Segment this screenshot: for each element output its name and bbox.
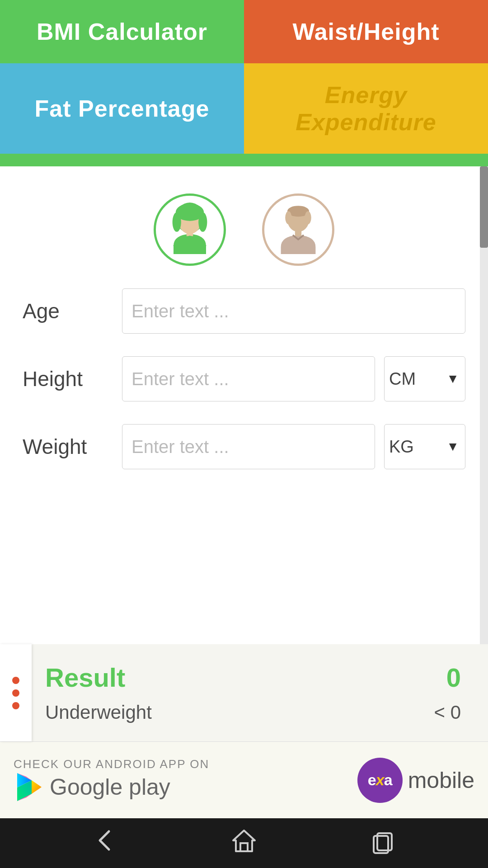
dot-2	[12, 689, 19, 697]
underweight-label: Underweight	[45, 702, 152, 723]
weight-row: Weight KG LB ▼	[23, 424, 465, 469]
recents-button[interactable]	[369, 827, 396, 859]
age-input[interactable]	[122, 288, 465, 334]
svg-point-8	[285, 211, 291, 224]
result-label: Result	[45, 662, 125, 693]
dot-3	[12, 702, 19, 709]
weight-label: Weight	[23, 434, 113, 459]
result-section: Result 0 Underweight < 0	[0, 644, 488, 741]
scroll-thumb[interactable]	[480, 166, 488, 248]
svg-point-3	[173, 212, 181, 232]
google-play-area: Google play	[14, 771, 209, 803]
weight-unit-select[interactable]: KG LB	[384, 424, 465, 469]
nav-buttons: BMI Calculator Waist/Height Fat Percenta…	[0, 0, 488, 154]
svg-rect-5	[187, 232, 193, 236]
waist-height-button[interactable]: Waist/Height	[244, 0, 488, 63]
height-unit-wrapper: CM FT ▼	[384, 356, 465, 401]
height-row: Height CM FT ▼	[23, 356, 465, 401]
underweight-value: < 0	[434, 702, 461, 723]
ad-banner[interactable]: CHECK OUR ANDROID APP ON	[0, 741, 488, 818]
male-gender-button[interactable]	[262, 193, 334, 266]
svg-rect-18	[240, 843, 248, 851]
result-value: 0	[446, 662, 461, 693]
ad-text-area: CHECK OUR ANDROID APP ON	[14, 757, 209, 803]
weight-unit-wrapper: KG LB ▼	[384, 424, 465, 469]
female-gender-button[interactable]	[154, 193, 226, 266]
svg-rect-10	[295, 230, 301, 236]
age-row: Age	[23, 288, 465, 334]
svg-point-9	[305, 211, 311, 224]
svg-marker-13	[32, 780, 42, 794]
result-main-row: Result 0	[45, 662, 461, 693]
dot-1	[12, 677, 19, 684]
energy-expenditure-button[interactable]: Energy Expenditure	[244, 63, 488, 154]
age-label: Age	[23, 299, 113, 323]
green-bar	[0, 154, 488, 166]
exa-mobile-logo: exa mobile	[357, 758, 474, 803]
exa-text: exa	[368, 771, 392, 789]
play-store-icon	[14, 771, 45, 803]
height-label: Height	[23, 367, 113, 391]
google-play-text: Google play	[50, 774, 170, 800]
android-nav	[0, 818, 488, 868]
ad-check-text: CHECK OUR ANDROID APP ON	[14, 757, 209, 771]
back-button[interactable]	[92, 827, 119, 859]
home-button[interactable]	[230, 827, 258, 859]
result-sub-row: Underweight < 0	[45, 702, 461, 723]
exa-logo-circle: exa	[357, 758, 403, 803]
gender-selection	[23, 193, 465, 266]
fat-percentage-button[interactable]: Fat Percentage	[0, 63, 244, 154]
weight-input[interactable]	[122, 424, 375, 469]
options-button[interactable]	[0, 644, 32, 741]
height-unit-select[interactable]: CM FT	[384, 356, 465, 401]
bmi-calculator-button[interactable]: BMI Calculator	[0, 0, 244, 63]
height-input[interactable]	[122, 356, 375, 401]
mobile-text: mobile	[408, 767, 474, 793]
main-content: Age Height CM FT ▼ Weight KG LB ▼	[0, 166, 488, 644]
svg-point-4	[198, 212, 207, 232]
scroll-bar[interactable]	[480, 166, 488, 644]
svg-marker-17	[233, 830, 255, 851]
